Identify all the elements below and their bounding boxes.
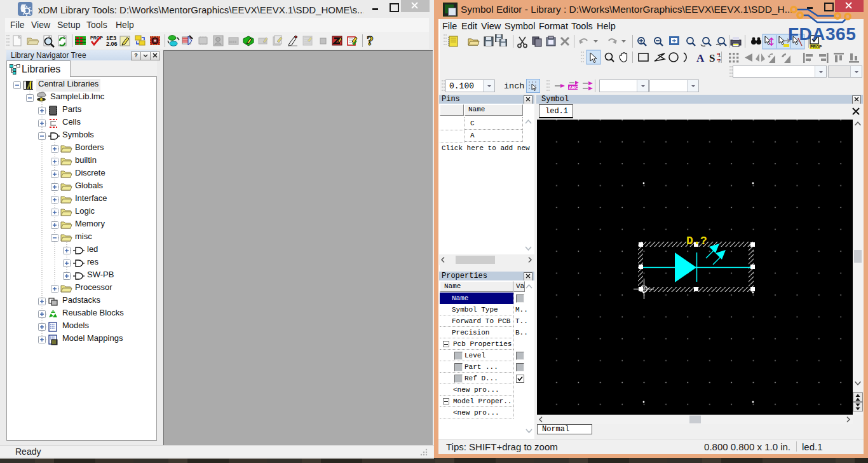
svg-text:PROP: PROP [810, 45, 822, 49]
svg-text:2: 2 [718, 58, 721, 64]
svg-text:FDA365: FDA365 [788, 24, 856, 44]
svg-text:PROP: PROP [90, 36, 103, 40]
svg-text:S: S [709, 52, 715, 64]
svg-text:1: 1 [718, 52, 721, 58]
svg-text:ABC: ABC [569, 85, 578, 90]
svg-text:D: D [686, 235, 693, 247]
svg-text:?: ? [700, 235, 707, 247]
svg-text:2.06: 2.06 [106, 41, 118, 47]
svg-text:?: ? [367, 32, 374, 48]
svg-text:A: A [696, 52, 705, 64]
